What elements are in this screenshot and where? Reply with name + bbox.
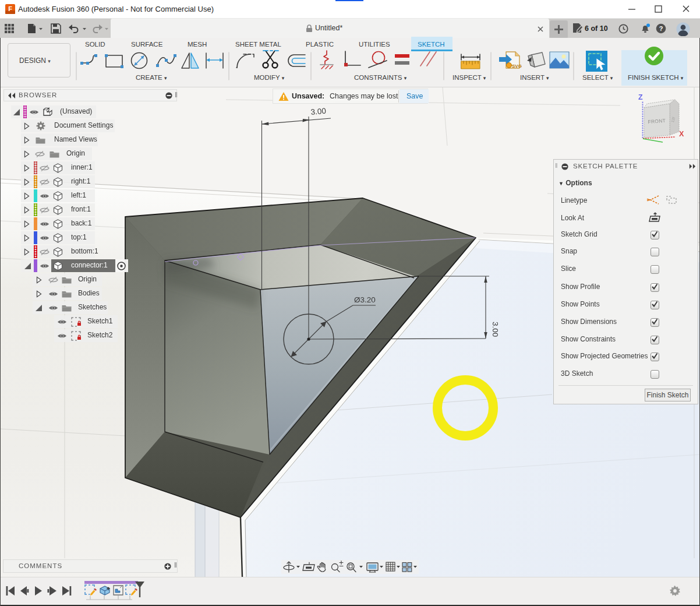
svg-text:X: X [679,130,684,138]
svg-text:F: F [8,5,12,12]
svg-text:SVG: SVG [512,64,522,69]
svg-text:Z: Z [638,93,643,101]
svg-text:Ø3.20: Ø3.20 [354,295,376,304]
svg-text:3.00: 3.00 [310,107,326,117]
svg-text:?: ? [659,25,663,32]
svg-text:3.00: 3.00 [491,322,500,337]
